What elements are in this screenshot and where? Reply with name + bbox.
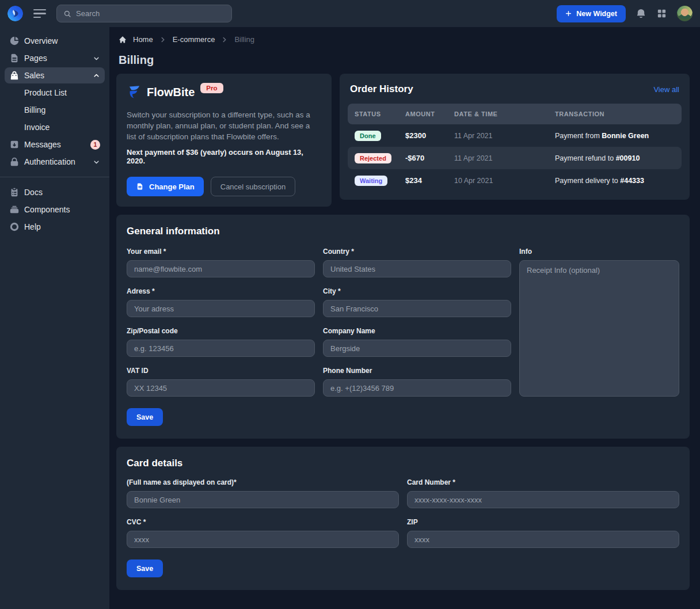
sidebar-item-label: Product List xyxy=(24,88,67,97)
vat-label: VAT ID xyxy=(127,367,315,375)
sidebar-item-pages[interactable]: Pages xyxy=(5,50,105,66)
receipt-info-textarea[interactable] xyxy=(519,260,679,397)
cvc-label: CVC * xyxy=(127,518,399,526)
zip-card-input[interactable] xyxy=(407,531,679,548)
sidebar-item-sales[interactable]: Sales xyxy=(5,67,105,83)
chevron-down-icon xyxy=(93,55,100,62)
top-navbar: New Widget xyxy=(0,0,700,27)
phone-input[interactable] xyxy=(323,379,511,397)
city-input[interactable] xyxy=(323,300,511,317)
clipboard-icon xyxy=(9,187,20,197)
sidebar-item-help[interactable]: Help xyxy=(5,219,105,235)
date-cell: 10 Apr 2021 xyxy=(454,177,555,185)
cvc-input[interactable] xyxy=(127,531,399,548)
address-label: Adress * xyxy=(127,287,315,295)
app-logo-icon[interactable] xyxy=(7,6,23,21)
general-information-card: General information Your email * Country… xyxy=(116,215,690,439)
company-input[interactable] xyxy=(323,340,511,357)
zip-input[interactable] xyxy=(127,340,315,357)
vat-field: VAT ID xyxy=(127,367,315,397)
amount-cell: -$670 xyxy=(405,154,454,162)
general-information-title: General information xyxy=(127,226,679,237)
transaction-cell: Payment delivery to #44333 xyxy=(555,177,675,185)
breadcrumb: Home E-commerce Billing xyxy=(116,35,690,44)
sidebar-item-label: Messages xyxy=(24,140,61,149)
sidebar-divider xyxy=(0,177,109,177)
country-label: Country * xyxy=(323,248,511,256)
sidebar-item-label: Invoice xyxy=(24,123,50,132)
chevron-right-icon xyxy=(159,36,166,43)
order-history-card: Order History View all Status Amount Dat… xyxy=(340,74,690,200)
sidebar-item-label: Components xyxy=(24,205,70,214)
status-badge: Done xyxy=(355,131,381,141)
sidebar-item-label: Pages xyxy=(24,54,47,63)
lock-icon xyxy=(9,157,20,167)
general-info-save-button[interactable]: Save xyxy=(127,408,163,426)
search-input[interactable] xyxy=(76,9,225,18)
card-details-title: Card details xyxy=(127,458,679,469)
chart-pie-icon xyxy=(9,36,20,46)
card-details-save-button[interactable]: Save xyxy=(127,559,163,577)
column-header-date: Date & Time xyxy=(454,111,555,117)
card-number-input[interactable] xyxy=(407,491,679,508)
sidebar-item-docs[interactable]: Docs xyxy=(5,184,105,200)
shopping-bag-icon xyxy=(9,70,20,81)
breadcrumb-ecommerce[interactable]: E-commerce xyxy=(173,35,215,44)
sidebar-item-messages[interactable]: Messages 1 xyxy=(5,136,105,153)
full-name-input[interactable] xyxy=(127,491,399,508)
card-number-label: Card Number * xyxy=(407,478,679,486)
chevron-right-icon xyxy=(221,36,228,43)
card-number-field: Card Number * xyxy=(407,478,679,508)
notifications-button[interactable] xyxy=(636,8,646,19)
address-input[interactable] xyxy=(127,300,315,317)
document-text-icon xyxy=(136,182,144,191)
sidebar-toggle-button[interactable] xyxy=(33,9,46,18)
page-title: Billing xyxy=(119,54,690,67)
change-plan-label: Change Plan xyxy=(149,182,195,191)
status-badge: Waiting xyxy=(355,176,387,186)
sidebar-item-label: Overview xyxy=(24,36,58,45)
sidebar-item-overview[interactable]: Overview xyxy=(5,33,105,49)
info-label: Info xyxy=(519,248,679,256)
info-field: Info xyxy=(519,248,679,397)
email-input[interactable] xyxy=(127,260,315,277)
search-input-wrapper xyxy=(56,5,232,22)
sidebar-item-components[interactable]: Components xyxy=(5,201,105,218)
sidebar-item-label: Docs xyxy=(24,188,43,197)
vat-input[interactable] xyxy=(127,379,315,397)
plus-icon xyxy=(565,10,572,17)
sidebar-item-label: Help xyxy=(24,222,41,231)
inbox-icon xyxy=(9,139,20,150)
sidebar-item-authentication[interactable]: Authentication xyxy=(5,154,105,170)
collection-icon xyxy=(9,204,20,215)
table-row[interactable]: Done $2300 11 Apr 2021 Payment from Bonn… xyxy=(348,124,682,147)
flowbite-logo-icon xyxy=(127,85,142,100)
sidebar-item-invoice[interactable]: Invoice xyxy=(5,119,105,135)
country-input[interactable] xyxy=(323,260,511,277)
chevron-down-icon xyxy=(93,158,100,166)
new-widget-button[interactable]: New Widget xyxy=(557,5,626,22)
column-header-amount: Amount xyxy=(405,111,454,117)
table-row[interactable]: Rejected -$670 11 Apr 2021 Payment refun… xyxy=(348,147,682,169)
full-name-label: (Full name as displayed on card)* xyxy=(127,478,399,486)
table-row[interactable]: Waiting $234 10 Apr 2021 Payment deliver… xyxy=(348,169,682,192)
life-buoy-icon xyxy=(9,222,20,232)
phone-field: Phone Number xyxy=(323,367,511,397)
transaction-cell: Payment from Bonnie Green xyxy=(555,132,675,140)
view-all-link[interactable]: View all xyxy=(653,85,679,94)
company-field: Company Name xyxy=(323,327,511,357)
user-avatar[interactable] xyxy=(677,6,693,21)
company-label: Company Name xyxy=(323,327,511,335)
sidebar: Overview Pages Sales Product List Billin… xyxy=(0,27,109,609)
apps-menu-button[interactable] xyxy=(656,8,667,19)
change-plan-button[interactable]: Change Plan xyxy=(127,177,204,196)
main-content: Home E-commerce Billing Billing FlowBite… xyxy=(109,27,700,609)
amount-cell: $234 xyxy=(405,176,454,185)
sidebar-item-product-list[interactable]: Product List xyxy=(5,85,105,101)
sidebar-item-billing[interactable]: Billing xyxy=(5,102,105,118)
table-header-row: Status Amount Date & Time Transaction xyxy=(348,104,682,124)
city-label: City * xyxy=(323,287,511,295)
zip-card-field: ZIP xyxy=(407,518,679,548)
breadcrumb-home[interactable]: Home xyxy=(133,35,153,44)
cancel-subscription-button[interactable]: Cancel subscription xyxy=(211,177,295,196)
